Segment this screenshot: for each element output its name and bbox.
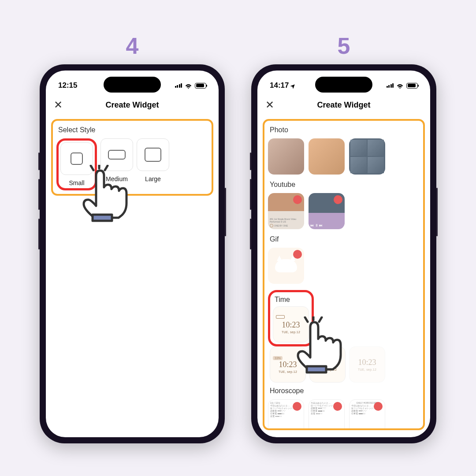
date-value: TUE, sep.12 — [279, 370, 297, 373]
date-value: TUE, sep.12 — [358, 368, 376, 371]
youtube-widget-1[interactable]: #01 1st Single Music Video Performed in … — [268, 193, 304, 229]
section-horoscope: Horoscope — [270, 387, 420, 395]
time-value: 10:23 — [358, 358, 376, 367]
time-widget-3[interactable]: 10:23 TUE, sep.12 — [309, 346, 346, 383]
style-option-medium[interactable]: Medium — [100, 138, 133, 190]
style-option-small[interactable]: Small — [60, 142, 93, 186]
content-area: Photo Youtube #01 1st Single Music Video… — [257, 115, 430, 434]
time-widget-1[interactable]: 10:23 TUE, sep.12 — [273, 306, 309, 342]
cellular-icon — [387, 83, 394, 88]
horoscope-widget-2[interactable]: 今日はあなたにと… 日！いつもチャレンジ… 恋愛運 ♥♥♥♡♡ 仕事運 ■■■□… — [309, 399, 345, 430]
badge-icon — [293, 250, 302, 259]
small-style-highlight: Small — [56, 138, 97, 190]
youtube-widget-2[interactable]: ⏮ ⏸ ⏭ — [309, 193, 345, 229]
large-preview-icon — [145, 148, 161, 162]
gif-widget-1[interactable] — [268, 248, 304, 284]
battery-icon — [406, 83, 418, 89]
section-youtube: Youtube — [270, 181, 420, 189]
header-title: Create Widget — [317, 100, 371, 110]
status-time: 14:17 — [270, 81, 289, 90]
small-preview-icon — [71, 152, 83, 165]
cellular-icon — [175, 83, 182, 88]
phone-frame-left: 12:15 ✕ Create Widget Select Style — [40, 64, 225, 443]
date-value: TUE, sep.12 — [282, 331, 300, 334]
step-5-container: 5 14:17 ➤ ✕ Create Widget — [251, 33, 436, 443]
section-photo: Photo — [270, 126, 420, 134]
status-time: 12:15 — [58, 81, 77, 90]
style-label-medium: Medium — [106, 175, 128, 182]
photo-widget-2[interactable] — [309, 138, 345, 175]
horoscope-widget-3[interactable]: DAILY HOROSCOPE 今日はあなたにと… 日！いつもチャレンジ… 恋愛… — [349, 399, 385, 430]
screen-header: ✕ Create Widget — [46, 94, 219, 115]
youtube-source: ONE BY ONE — [274, 224, 288, 227]
widget-list-highlight: Photo Youtube #01 1st Single Music Video… — [263, 119, 425, 430]
style-label-large: Large — [145, 175, 161, 182]
status-icons — [387, 83, 418, 89]
dynamic-island — [315, 77, 372, 93]
time-value: 10:23 — [279, 360, 297, 369]
badge-icon — [293, 195, 302, 204]
screen-header: ✕ Create Widget — [257, 94, 430, 115]
photo-widget-1[interactable] — [268, 138, 304, 175]
badge-icon — [333, 402, 342, 411]
medium-preview-icon — [108, 150, 126, 160]
time-section-highlight: Time 10:23 TUE, sep.12 — [268, 290, 314, 346]
youtube-caption: Performed in US — [270, 220, 302, 223]
wifi-icon — [185, 83, 192, 89]
status-icons — [175, 83, 207, 89]
date-value: TUE, sep.12 — [318, 368, 337, 371]
header-title: Create Widget — [106, 100, 159, 110]
battery-small-icon — [276, 315, 285, 319]
close-button[interactable]: ✕ — [54, 99, 63, 111]
step-4-container: 4 12:15 ✕ Create Widget Select Style — [40, 33, 225, 443]
time-widget-4[interactable]: 10:23 TUE, sep.12 — [349, 346, 385, 383]
battery-percent: 33% — [273, 356, 283, 360]
dynamic-island — [104, 77, 161, 93]
stat-row: 金運 ●●●○○ — [270, 415, 302, 417]
horoscope-widget-1[interactable]: 1位 / 12位 今日はあなたにと… 日！いつもチャレンジ… 恋愛運 ♥♥♥♡♡… — [268, 399, 304, 430]
phone-frame-right: 14:17 ➤ ✕ Create Widget Photo — [251, 64, 436, 443]
step-number-5: 5 — [338, 33, 350, 59]
badge-icon — [293, 402, 301, 411]
phone-screen-left: 12:15 ✕ Create Widget Select Style — [46, 71, 219, 437]
section-gif: Gif — [270, 235, 420, 243]
media-controls-icon: ⏮ ⏸ ⏭ — [310, 223, 343, 227]
style-option-large[interactable]: Large — [137, 138, 169, 190]
step-number-4: 4 — [126, 33, 139, 59]
battery-icon — [195, 83, 206, 89]
cat-icon — [275, 259, 297, 272]
stat-row: 金運 ●●●○○ — [311, 412, 342, 415]
section-time: Time — [275, 296, 309, 304]
wifi-icon — [396, 83, 404, 89]
section-title-select-style: Select Style — [58, 126, 208, 134]
phone-screen-right: 14:17 ➤ ✕ Create Widget Photo — [257, 71, 430, 437]
style-options-row: Small Medium Large — [56, 138, 208, 190]
badge-icon — [374, 402, 383, 411]
time-value: 10:23 — [282, 320, 300, 330]
close-button[interactable]: ✕ — [265, 99, 274, 111]
select-style-highlight: Select Style Small Medium — [51, 119, 213, 196]
photo-widget-3[interactable] — [349, 138, 385, 175]
badge-icon — [334, 195, 342, 204]
stat-row: 仕事運 ■■■□□ — [351, 412, 383, 415]
time-value: 10:23 — [318, 358, 336, 367]
time-widget-2[interactable]: 33% 10:23 TUE, sep.12 — [270, 346, 306, 383]
content-area: Select Style Small Medium — [46, 115, 219, 434]
svg-rect-3 — [93, 215, 112, 221]
svg-line-6 — [319, 317, 322, 322]
location-icon: ➤ — [289, 82, 297, 89]
style-label-small: Small — [69, 179, 84, 186]
